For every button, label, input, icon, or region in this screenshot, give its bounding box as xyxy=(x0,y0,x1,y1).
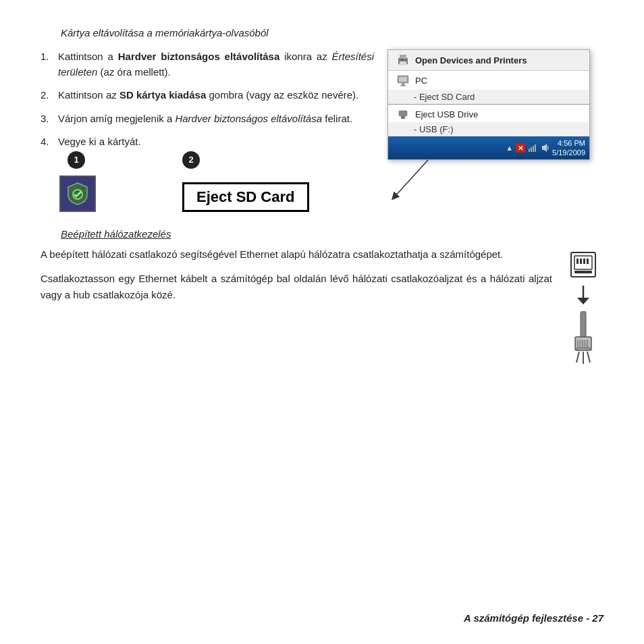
popup-header: Open Devices and Printers xyxy=(388,50,589,71)
popup-screenshot: Open Devices and Printers PC - Eject SD … xyxy=(387,49,603,212)
page-footer: A számítógép fejlesztése - 27 xyxy=(464,612,603,624)
svg-rect-12 xyxy=(531,147,532,152)
svg-line-37 xyxy=(587,352,590,363)
svg-rect-13 xyxy=(533,146,534,152)
svg-rect-27 xyxy=(581,311,586,338)
network-para-2: Csatlakoztasson egy Ethernet kábelt a sz… xyxy=(41,271,552,303)
steps-list: 1. Kattintson a Hardver biztonságos eltá… xyxy=(41,49,374,150)
popup-eject-sd: - Eject SD Card xyxy=(388,90,589,104)
svg-rect-9 xyxy=(399,111,407,116)
taskbar-red-icon: ✕ xyxy=(516,143,525,153)
page-title: Kártya eltávolítása a memóriakártya-olva… xyxy=(61,27,603,38)
network-content: A beépített hálózati csatlakozó segítség… xyxy=(41,246,603,365)
step-3-text: Várjon amíg megjelenik a Hardver biztons… xyxy=(58,111,374,127)
ethernet-port-icon xyxy=(568,249,599,280)
shield-safe-icon xyxy=(67,182,88,206)
step-3: 3. Várjon amíg megjelenik a Hardver bizt… xyxy=(41,111,374,127)
svg-rect-6 xyxy=(399,77,407,82)
svg-rect-4 xyxy=(401,59,403,60)
svg-rect-29 xyxy=(577,340,579,347)
taskbar-arrow: ▲ xyxy=(506,144,513,152)
network-text-col: A beépített hálózati csatlakozó segítség… xyxy=(41,246,552,365)
network-section: Beépített hálózatkezelés A beépített hál… xyxy=(41,228,603,365)
top-section: 1. Kattintson a Hardver biztonságos eltá… xyxy=(41,49,603,212)
network-para-1: A beépített hálózati csatlakozó segítség… xyxy=(41,246,552,263)
popup-header-text: Open Devices and Printers xyxy=(415,55,527,65)
network-bars-icon xyxy=(528,143,537,153)
svg-marker-26 xyxy=(577,298,589,304)
eject-sd-text: Eject SD Card xyxy=(196,188,295,206)
step-3-italic: Hardver biztonságos eltávolítása xyxy=(175,113,322,124)
printer-icon xyxy=(396,53,410,67)
rj45-connector-icon xyxy=(570,311,597,365)
popup-usb-row: Eject USB Drive xyxy=(388,105,589,122)
network-section-title: Beépített hálózatkezelés xyxy=(61,228,603,240)
svg-rect-2 xyxy=(400,55,406,59)
step-4-number: 4. xyxy=(41,134,53,150)
step-1: 1. Kattintson a Hardver biztonságos eltá… xyxy=(41,49,374,80)
step-2-bold: SD kártya kiadása xyxy=(119,89,206,101)
svg-rect-10 xyxy=(401,116,405,119)
usb-drive-icon xyxy=(396,107,410,121)
svg-rect-34 xyxy=(576,348,590,350)
svg-rect-24 xyxy=(574,271,592,273)
network-icons-col xyxy=(563,246,603,365)
popup-pc-row: PC xyxy=(388,71,589,90)
svg-rect-20 xyxy=(576,259,579,264)
svg-rect-31 xyxy=(582,340,583,347)
svg-rect-21 xyxy=(580,259,582,264)
svg-rect-22 xyxy=(583,259,585,264)
svg-rect-14 xyxy=(535,144,536,152)
callout-circle-2: 2 xyxy=(182,151,200,169)
volume-icon xyxy=(540,143,549,153)
svg-line-35 xyxy=(576,352,579,363)
step-3-number: 3. xyxy=(41,111,53,127)
step-1-bold: Hardver biztonságos eltávolítása xyxy=(118,51,280,62)
page-container: Kártya eltávolítása a memóriakártya-olva… xyxy=(0,0,644,644)
step-2: 2. Kattintson az SD kártya kiadása gombr… xyxy=(41,88,374,103)
svg-rect-30 xyxy=(580,340,581,347)
popup-pc-label: PC xyxy=(415,76,427,86)
popup-eject-usb-label: Eject USB Drive xyxy=(415,109,478,119)
callout-circle-1: 1 xyxy=(68,151,85,169)
taskbar-time: 4:56 PM 5/19/2009 xyxy=(552,138,585,158)
svg-rect-11 xyxy=(529,149,530,152)
monitor-icon xyxy=(396,74,410,87)
step-2-number: 2. xyxy=(41,88,53,103)
svg-rect-33 xyxy=(587,340,588,347)
svg-rect-32 xyxy=(585,340,586,347)
step-4-text: Vegye ki a kártyát. xyxy=(58,134,374,150)
arrow-diagram xyxy=(387,160,590,200)
numbered-list-col: 1. Kattintson a Hardver biztonságos eltá… xyxy=(41,49,374,212)
svg-line-16 xyxy=(394,160,428,197)
hardver-icon-box xyxy=(50,176,96,212)
svg-rect-7 xyxy=(402,83,404,85)
down-arrow-icon xyxy=(575,286,591,306)
step-1-text: Kattintson a Hardver biztonságos eltávol… xyxy=(58,49,374,80)
step-2-text: Kattintson az SD kártya kiadása gombra (… xyxy=(58,88,374,103)
svg-rect-3 xyxy=(400,61,406,65)
popup-usb-f: - USB (F:) xyxy=(388,122,589,136)
step-1-number: 1. xyxy=(41,49,53,80)
step-4: 4. Vegye ki a kártyát. xyxy=(41,134,374,150)
callout-area: 1 2 xyxy=(41,158,374,212)
svg-rect-23 xyxy=(587,259,589,264)
eject-sd-label-box: Eject SD Card xyxy=(162,182,309,212)
win-popup-menu: Open Devices and Printers PC - Eject SD … xyxy=(387,49,590,160)
taskbar-strip: ▲ ✕ 4:56 PM xyxy=(388,136,589,159)
svg-rect-8 xyxy=(400,85,406,86)
footer-text: A számítógép fejlesztése - 27 xyxy=(464,612,603,624)
svg-marker-15 xyxy=(542,144,547,152)
